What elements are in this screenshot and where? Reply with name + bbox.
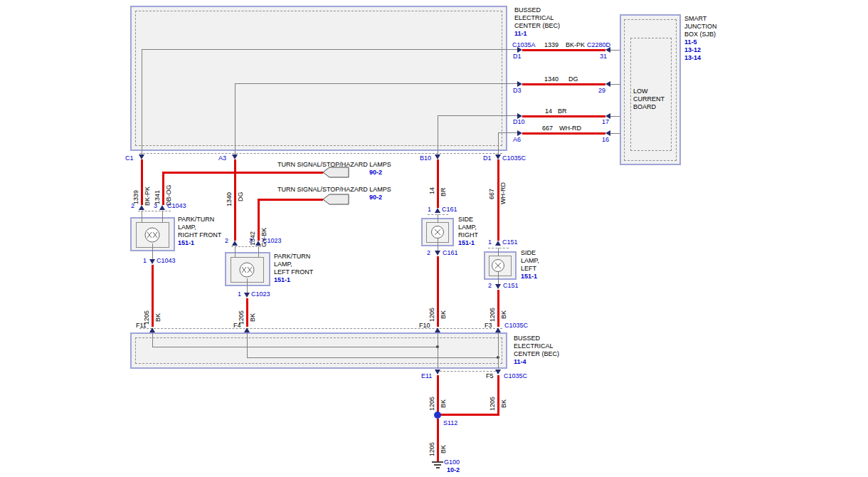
wire-num-667: 667 xyxy=(542,125,553,132)
lamp-rf-page-ref[interactable]: 151-1 xyxy=(178,239,194,247)
ground-g100[interactable]: G100 xyxy=(444,458,460,466)
lamp-lf-page-ref[interactable]: 151-1 xyxy=(274,276,290,284)
wire-color-bkpk: BK-PK xyxy=(566,41,585,49)
wire-color-bkpk: BK-PK xyxy=(144,187,152,206)
wire-color-dg: DG xyxy=(568,75,578,83)
pin-d1-exit: D1 xyxy=(483,154,492,162)
pin-a3: A3 xyxy=(218,154,226,162)
offpage-label: TURN SIGNAL/STOP/HAZARD LAMPS xyxy=(277,161,391,169)
arrow-down-icon xyxy=(149,259,155,264)
lamp-sl-page-ref[interactable]: 151-1 xyxy=(521,273,537,281)
arrow-down-icon xyxy=(495,284,501,289)
pin-16: 16 xyxy=(602,136,609,144)
wire-num-1340: 1340 xyxy=(544,75,559,83)
arrow-down-icon xyxy=(495,154,501,159)
wire-num-1205: 1205 xyxy=(428,442,436,456)
connector-dashed-line xyxy=(231,246,265,247)
wire-1205-splice-horizontal xyxy=(437,414,499,416)
arrow-down-icon xyxy=(139,154,144,159)
bec-top-label: ELECTRICAL xyxy=(514,14,554,22)
wire-667-horizontal xyxy=(522,132,605,135)
bec-top-label: BUSSED xyxy=(514,6,541,14)
wire-color-br: BR xyxy=(558,108,567,115)
lamp-lf-lead xyxy=(235,246,235,257)
bec-bottom-page-ref[interactable]: 11-4 xyxy=(514,358,526,366)
bec-top-label: CENTER (BEC) xyxy=(514,22,560,30)
connector-c161[interactable]: C161 xyxy=(443,249,458,257)
arrow-down-icon xyxy=(435,154,440,159)
wire-14-vertical xyxy=(437,159,439,208)
bec2-bus-line xyxy=(247,357,498,358)
offpage-page-ref[interactable]: 90-2 xyxy=(369,194,382,201)
arrow-down-icon xyxy=(232,154,238,159)
connector-c1043[interactable]: C1043 xyxy=(157,257,176,265)
connector-dashed-line xyxy=(138,211,171,211)
wire-1205-rf xyxy=(152,265,154,327)
pin-f5: F5 xyxy=(486,372,494,380)
bec2-bus-line xyxy=(152,347,438,347)
wire-num-667: 667 xyxy=(488,189,496,199)
ground-icon xyxy=(434,464,441,466)
wire-color-bk: BK xyxy=(440,399,448,408)
pin-1: 1 xyxy=(238,290,241,298)
pin-a6: A6 xyxy=(513,136,521,144)
wire-color-whrd: WH-RD xyxy=(559,125,581,132)
pin-2: 2 xyxy=(427,249,430,257)
wire-color-bk: BK xyxy=(440,310,448,319)
splice-dot xyxy=(434,412,441,419)
connector-c161[interactable]: C161 xyxy=(442,206,457,214)
lamp-rf-label: LAMP, xyxy=(178,224,196,231)
bec-top-page-ref[interactable]: 11-1 xyxy=(514,30,527,38)
lamp-lf-label: LEFT FRONT xyxy=(274,268,313,276)
wire-color-whrd: WH-RD xyxy=(499,182,507,204)
sjb-label: JUNCTION xyxy=(684,23,717,31)
bec-top-dashed-border xyxy=(135,11,502,146)
pin-f10: F10 xyxy=(419,322,430,330)
pin-17: 17 xyxy=(602,118,609,126)
ground-icon xyxy=(432,461,443,463)
lamp-lf-lead xyxy=(258,246,259,257)
connector-c1043[interactable]: C1043 xyxy=(167,202,186,210)
arrow-up-icon xyxy=(435,327,440,332)
ground-page-ref[interactable]: 10-2 xyxy=(447,466,460,474)
pin-f11: F11 xyxy=(136,322,147,330)
arrow-up-icon xyxy=(149,327,155,332)
connector-c1023[interactable]: C1023 xyxy=(251,290,270,298)
bec2-bus-drop xyxy=(152,332,153,347)
connector-c151[interactable]: C151 xyxy=(502,238,518,246)
arrow-down-icon xyxy=(435,251,440,256)
pin-29: 29 xyxy=(598,87,605,95)
pin-f3: F3 xyxy=(485,322,492,330)
arrow-down-icon xyxy=(495,369,501,374)
connector-c1035c[interactable]: C1035C xyxy=(504,372,527,380)
wire-1205-ground xyxy=(437,419,439,461)
wire-1205-e11 xyxy=(437,375,439,415)
sjb-page-ref[interactable]: 13-14 xyxy=(684,54,701,62)
bec2-bus-drop xyxy=(438,332,438,369)
connector-dashed-line xyxy=(139,328,502,329)
sjb-page-ref[interactable]: 13-12 xyxy=(684,46,701,54)
bulb-icon xyxy=(430,225,445,239)
offpage-page-ref[interactable]: 90-2 xyxy=(369,169,382,177)
splice-s112[interactable]: S112 xyxy=(443,419,457,427)
bec2-bus-drop xyxy=(498,332,499,369)
wire-1205-lf xyxy=(246,298,248,327)
connector-c1035c[interactable]: C1035C xyxy=(502,154,526,162)
sjb-page-ref[interactable]: 11-5 xyxy=(684,38,697,46)
lamp-lf-label: PARK/TURN xyxy=(274,253,310,261)
connector-c1035a[interactable]: C1035A xyxy=(512,41,536,49)
low-current-board-label: LOW xyxy=(633,88,648,95)
offpage-connector-icon[interactable] xyxy=(322,194,349,205)
connector-c151[interactable]: C151 xyxy=(503,282,519,290)
lamp-sr-label: RIGHT xyxy=(458,231,478,239)
connector-c1035c[interactable]: C1035C xyxy=(504,322,528,330)
wire-color-bk: BK xyxy=(500,399,508,408)
pin-2: 2 xyxy=(488,282,492,290)
arrow-up-icon xyxy=(255,241,261,246)
connector-c1023[interactable]: C1023 xyxy=(263,237,282,245)
lamp-rf-lead xyxy=(142,211,142,222)
lamp-sr-page-ref[interactable]: 151-1 xyxy=(458,239,475,247)
connector-c2280d[interactable]: C2280D xyxy=(587,41,610,49)
pin-2: 2 xyxy=(131,202,134,210)
wire-1342-horizontal xyxy=(258,199,323,201)
